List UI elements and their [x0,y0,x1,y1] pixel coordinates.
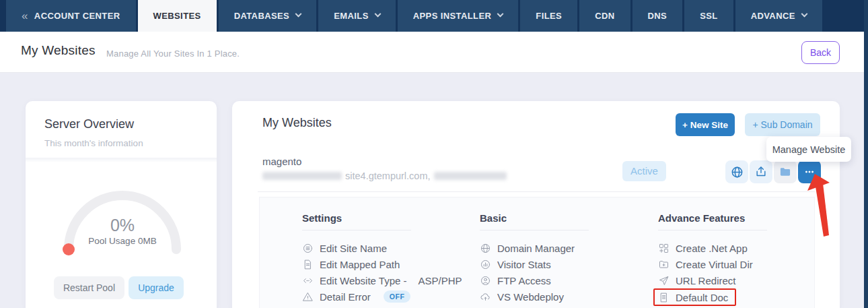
nav-emails[interactable]: EMAILS [318,0,396,32]
nav-advance[interactable]: ADVANCE [735,0,822,32]
nav-label: DATABASES [234,11,290,21]
globe-icon [480,243,491,254]
top-nav: « ACCOUNT CENTER WEBSITES DATABASES EMAI… [0,0,868,32]
folder-icon [779,165,792,179]
menu-item-create-net-app[interactable]: Create .Net App [658,240,767,256]
grid-icon [658,243,670,254]
menu-column-basic: Basic Domain Manager Visitor Stats [480,212,589,305]
nav-label: EMAILS [334,11,369,21]
user-icon [480,275,491,286]
pool-usage-percent: 0% [62,216,183,235]
divider [258,191,815,192]
list-circle-icon [302,243,314,254]
menu-column-advance-features: Advance Features Create .Net App [658,212,767,306]
menu-item-ftp-access[interactable]: FTP Access [480,272,589,288]
column-header: Settings [302,212,462,224]
server-overview-title: Server Overview [44,117,134,131]
off-badge: OFF [384,290,411,303]
nav-apps-installer[interactable]: APPS INSTALLER [398,0,519,32]
page-title: My Websites [21,43,96,58]
redacted-url-segment [262,172,342,180]
warning-icon [302,291,314,303]
nav-databases[interactable]: DATABASES [219,0,317,32]
menu-item-domain-manager[interactable]: Domain Manager [480,240,589,256]
nav-label: DNS [648,11,667,21]
site-name: magento [262,156,301,167]
site-url-text: site4.gtempurl.com, [345,171,431,181]
nav-cdn[interactable]: CDN [579,0,630,32]
double-chevron-left-icon: « [22,9,28,23]
cloud-upload-icon [480,291,491,303]
new-site-button[interactable]: + New Site [676,113,735,136]
site-globe-button[interactable] [725,160,748,183]
nav-websites[interactable]: WEBSITES [138,0,217,32]
menu-item-visitor-stats[interactable]: Visitor Stats [480,256,589,272]
chevron-down-icon [295,11,302,18]
nav-label: FILES [536,11,562,21]
status-badge: Active [622,161,666,181]
upgrade-button[interactable]: Upgrade [129,276,184,299]
nav-label: SSL [700,11,717,21]
menu-item-default-doc[interactable]: Default Doc [653,288,736,306]
chevron-down-icon [801,11,807,18]
redacted-url-segment [434,172,507,180]
server-overview-card: Server Overview This month's information… [26,101,217,308]
divider [26,158,217,162]
manage-website-button[interactable] [798,160,821,183]
nav-label: CDN [595,11,614,21]
pool-usage-label: Pool Usage 0MB [62,236,183,246]
publish-icon [754,165,768,179]
stats-icon [480,259,491,270]
my-websites-title: My Websites [262,116,332,130]
nav-label: ACCOUNT CENTER [34,11,120,21]
column-header: Basic [480,212,589,224]
nav-account-center[interactable]: « ACCOUNT CENTER [6,0,136,32]
restart-pool-button[interactable]: Restart Pool [54,276,124,299]
menu-item-create-virtual-dir[interactable]: Create Virtual Dir [658,256,767,272]
scrollbar[interactable] [864,0,868,308]
menu-item-edit-website-type[interactable]: Edit Website Type - ASP/PHP [302,272,462,288]
menu-item-vs-webdeploy[interactable]: VS Webdeploy [480,288,589,305]
nav-label: WEBSITES [153,11,201,21]
doc-icon [658,292,670,303]
nav-label: APPS INSTALLER [413,11,492,21]
website-type-value: ASP/PHP [419,275,462,286]
divider [658,230,767,230]
manage-website-tooltip: Manage Website [766,137,851,162]
ellipsis-icon [803,165,816,179]
menu-item-edit-site-name[interactable]: Edit Site Name [302,240,462,256]
nav-ssl[interactable]: SSL [684,0,733,32]
folder-plus-icon [658,259,670,270]
nav-label: ADVANCE [751,11,795,21]
chevron-down-icon [374,11,381,18]
page-subtitle: Manage All Your Sites In 1 Place. [106,49,240,59]
menu-item-detail-error[interactable]: Detail Error OFF [302,288,462,305]
document-icon [302,259,314,270]
divider [480,230,589,230]
globe-icon [730,165,744,179]
my-websites-card: My Websites + New Site + Sub Domain mage… [232,101,840,308]
sub-domain-button[interactable]: + Sub Domain [745,113,820,136]
back-button[interactable]: Back [801,41,840,64]
menu-item-edit-mapped-path[interactable]: Edit Mapped Path [302,256,462,272]
menu-column-settings: Settings Edit Site Name Edit Mapped Path [302,212,462,305]
nav-files[interactable]: FILES [520,0,577,32]
site-url: site4.gtempurl.com, [262,171,507,181]
nav-dns[interactable]: DNS [632,0,683,32]
manage-website-menu: Settings Edit Site Name Edit Mapped Path [259,197,815,308]
menu-item-url-redirect[interactable]: URL Redirect [658,272,767,288]
server-overview-subtitle: This month's information [44,138,143,148]
app-screen: « ACCOUNT CENTER WEBSITES DATABASES EMAI… [0,0,868,308]
site-files-button[interactable] [774,160,797,183]
nav-filler [824,0,868,32]
site-publish-button[interactable] [750,160,772,183]
code-icon [302,275,314,286]
send-icon [658,275,670,286]
divider [302,230,411,230]
column-header: Advance Features [658,212,767,224]
page-header: My Websites Manage All Your Sites In 1 P… [0,32,868,73]
chevron-down-icon [497,11,504,18]
